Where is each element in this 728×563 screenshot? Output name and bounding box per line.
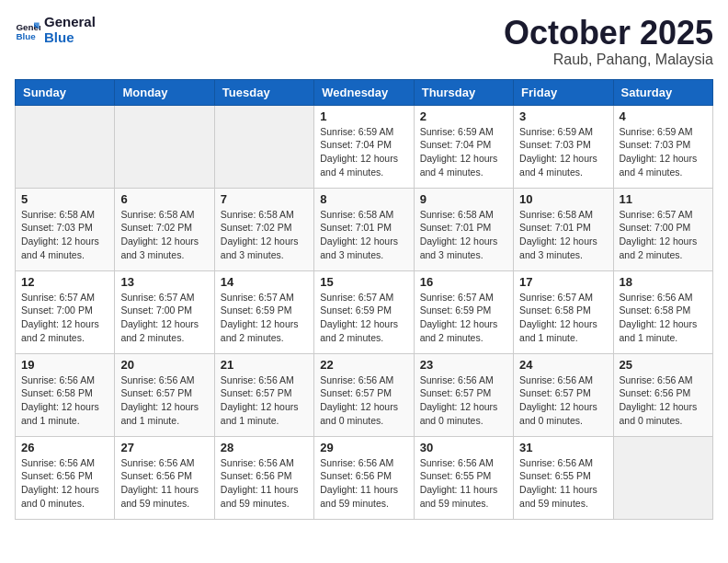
day-number: 28 bbox=[221, 441, 308, 454]
day-info: Sunrise: 6:58 AMSunset: 7:01 PMDaylight:… bbox=[519, 209, 597, 260]
day-cell: 24 Sunrise: 6:56 AMSunset: 6:57 PMDaylig… bbox=[514, 353, 613, 436]
day-number: 12 bbox=[21, 275, 108, 289]
day-info: Sunrise: 6:57 AMSunset: 6:59 PMDaylight:… bbox=[221, 292, 299, 343]
day-info: Sunrise: 6:56 AMSunset: 6:57 PMDaylight:… bbox=[519, 374, 597, 426]
day-cell: 2 Sunrise: 6:59 AMSunset: 7:04 PMDayligh… bbox=[414, 105, 513, 188]
day-cell: 28 Sunrise: 6:56 AMSunset: 6:56 PMDaylig… bbox=[214, 436, 313, 519]
weekday-header-thursday: Thursday bbox=[414, 79, 513, 105]
day-cell bbox=[16, 105, 115, 188]
day-cell: 3 Sunrise: 6:59 AMSunset: 7:03 PMDayligh… bbox=[514, 105, 613, 188]
day-cell: 29 Sunrise: 6:56 AMSunset: 6:56 PMDaylig… bbox=[314, 436, 414, 519]
weekday-header-monday: Monday bbox=[115, 79, 214, 105]
day-number: 15 bbox=[320, 275, 407, 289]
day-info: Sunrise: 6:56 AMSunset: 6:58 PMDaylight:… bbox=[620, 292, 698, 343]
day-number: 22 bbox=[320, 358, 407, 372]
day-info: Sunrise: 6:57 AMSunset: 6:59 PMDaylight:… bbox=[320, 292, 398, 343]
day-info: Sunrise: 6:56 AMSunset: 6:56 PMDaylight:… bbox=[620, 374, 698, 426]
day-cell: 7 Sunrise: 6:58 AMSunset: 7:02 PMDayligh… bbox=[214, 188, 313, 270]
title-area: October 2025 Raub, Pahang, Malaysia bbox=[504, 15, 713, 68]
day-cell: 21 Sunrise: 6:56 AMSunset: 6:57 PMDaylig… bbox=[214, 353, 313, 436]
day-number: 9 bbox=[420, 192, 507, 206]
day-info: Sunrise: 6:56 AMSunset: 6:56 PMDaylight:… bbox=[21, 457, 99, 509]
day-number: 25 bbox=[620, 358, 707, 372]
day-info: Sunrise: 6:59 AMSunset: 7:04 PMDaylight:… bbox=[420, 126, 498, 178]
week-row-4: 19 Sunrise: 6:56 AMSunset: 6:58 PMDaylig… bbox=[16, 353, 713, 436]
day-number: 24 bbox=[519, 358, 607, 372]
day-cell: 10 Sunrise: 6:58 AMSunset: 7:01 PMDaylig… bbox=[514, 188, 613, 270]
day-cell: 26 Sunrise: 6:56 AMSunset: 6:56 PMDaylig… bbox=[16, 436, 115, 519]
day-cell: 22 Sunrise: 6:56 AMSunset: 6:57 PMDaylig… bbox=[314, 353, 414, 436]
logo-general: General bbox=[44, 15, 96, 30]
day-info: Sunrise: 6:56 AMSunset: 6:57 PMDaylight:… bbox=[221, 374, 299, 426]
day-cell: 5 Sunrise: 6:58 AMSunset: 7:03 PMDayligh… bbox=[16, 188, 115, 270]
weekday-header-tuesday: Tuesday bbox=[214, 79, 313, 105]
day-info: Sunrise: 6:59 AMSunset: 7:04 PMDaylight:… bbox=[320, 126, 398, 178]
day-info: Sunrise: 6:56 AMSunset: 6:56 PMDaylight:… bbox=[120, 457, 199, 509]
day-info: Sunrise: 6:58 AMSunset: 7:01 PMDaylight:… bbox=[420, 209, 498, 260]
day-number: 8 bbox=[320, 192, 407, 206]
month-title: October 2025 bbox=[504, 15, 713, 52]
day-cell: 18 Sunrise: 6:56 AMSunset: 6:58 PMDaylig… bbox=[613, 270, 712, 353]
day-info: Sunrise: 6:56 AMSunset: 6:57 PMDaylight:… bbox=[320, 374, 398, 426]
day-cell: 6 Sunrise: 6:58 AMSunset: 7:02 PMDayligh… bbox=[115, 188, 214, 270]
day-number: 31 bbox=[519, 441, 607, 454]
day-number: 7 bbox=[221, 192, 308, 206]
day-info: Sunrise: 6:59 AMSunset: 7:03 PMDaylight:… bbox=[519, 126, 597, 178]
day-number: 27 bbox=[120, 441, 208, 454]
day-info: Sunrise: 6:57 AMSunset: 6:58 PMDaylight:… bbox=[519, 292, 597, 343]
day-info: Sunrise: 6:58 AMSunset: 7:02 PMDaylight:… bbox=[221, 209, 299, 260]
day-info: Sunrise: 6:58 AMSunset: 7:01 PMDaylight:… bbox=[320, 209, 398, 260]
day-number: 29 bbox=[320, 441, 407, 454]
logo-icon: General Blue bbox=[15, 17, 40, 43]
day-number: 17 bbox=[519, 275, 607, 289]
day-info: Sunrise: 6:57 AMSunset: 7:00 PMDaylight:… bbox=[21, 292, 99, 343]
logo-blue: Blue bbox=[44, 30, 96, 46]
location: Raub, Pahang, Malaysia bbox=[504, 52, 713, 68]
day-number: 13 bbox=[120, 275, 208, 289]
day-number: 20 bbox=[120, 358, 208, 372]
day-cell: 11 Sunrise: 6:57 AMSunset: 7:00 PMDaylig… bbox=[613, 188, 712, 270]
week-row-3: 12 Sunrise: 6:57 AMSunset: 7:00 PMDaylig… bbox=[16, 270, 713, 353]
day-cell: 27 Sunrise: 6:56 AMSunset: 6:56 PMDaylig… bbox=[115, 436, 214, 519]
day-cell: 25 Sunrise: 6:56 AMSunset: 6:56 PMDaylig… bbox=[613, 353, 712, 436]
weekday-header-sunday: Sunday bbox=[16, 79, 115, 105]
day-info: Sunrise: 6:57 AMSunset: 7:00 PMDaylight:… bbox=[120, 292, 199, 343]
day-number: 3 bbox=[519, 109, 607, 123]
day-info: Sunrise: 6:59 AMSunset: 7:03 PMDaylight:… bbox=[620, 126, 698, 178]
day-cell: 30 Sunrise: 6:56 AMSunset: 6:55 PMDaylig… bbox=[414, 436, 513, 519]
weekday-header-wednesday: Wednesday bbox=[314, 79, 414, 105]
day-number: 21 bbox=[221, 358, 308, 372]
day-cell: 31 Sunrise: 6:56 AMSunset: 6:55 PMDaylig… bbox=[514, 436, 613, 519]
day-cell: 15 Sunrise: 6:57 AMSunset: 6:59 PMDaylig… bbox=[314, 270, 414, 353]
logo: General Blue General Blue bbox=[15, 15, 96, 45]
day-number: 30 bbox=[420, 441, 507, 454]
week-row-2: 5 Sunrise: 6:58 AMSunset: 7:03 PMDayligh… bbox=[16, 188, 713, 270]
day-info: Sunrise: 6:57 AMSunset: 7:00 PMDaylight:… bbox=[620, 209, 698, 260]
day-info: Sunrise: 6:56 AMSunset: 6:58 PMDaylight:… bbox=[21, 374, 99, 426]
day-number: 5 bbox=[21, 192, 108, 206]
day-cell: 13 Sunrise: 6:57 AMSunset: 7:00 PMDaylig… bbox=[115, 270, 214, 353]
day-cell: 19 Sunrise: 6:56 AMSunset: 6:58 PMDaylig… bbox=[16, 353, 115, 436]
week-row-1: 1 Sunrise: 6:59 AMSunset: 7:04 PMDayligh… bbox=[16, 105, 713, 188]
day-info: Sunrise: 6:58 AMSunset: 7:02 PMDaylight:… bbox=[120, 209, 199, 260]
day-cell bbox=[214, 105, 313, 188]
page-header: General Blue General Blue October 2025 R… bbox=[15, 15, 713, 68]
weekday-header-row: SundayMondayTuesdayWednesdayThursdayFrid… bbox=[16, 79, 713, 105]
calendar-table: SundayMondayTuesdayWednesdayThursdayFrid… bbox=[15, 79, 713, 520]
day-cell: 14 Sunrise: 6:57 AMSunset: 6:59 PMDaylig… bbox=[214, 270, 313, 353]
day-number: 19 bbox=[21, 358, 108, 372]
weekday-header-friday: Friday bbox=[514, 79, 613, 105]
day-number: 4 bbox=[620, 109, 707, 123]
day-number: 2 bbox=[420, 109, 507, 123]
day-number: 16 bbox=[420, 275, 507, 289]
day-info: Sunrise: 6:56 AMSunset: 6:57 PMDaylight:… bbox=[420, 374, 498, 426]
day-number: 11 bbox=[620, 192, 707, 206]
day-info: Sunrise: 6:57 AMSunset: 6:59 PMDaylight:… bbox=[420, 292, 498, 343]
day-number: 26 bbox=[21, 441, 108, 454]
day-cell: 16 Sunrise: 6:57 AMSunset: 6:59 PMDaylig… bbox=[414, 270, 513, 353]
day-info: Sunrise: 6:56 AMSunset: 6:55 PMDaylight:… bbox=[420, 457, 498, 509]
day-info: Sunrise: 6:56 AMSunset: 6:57 PMDaylight:… bbox=[120, 374, 199, 426]
day-number: 1 bbox=[320, 109, 407, 123]
day-cell: 4 Sunrise: 6:59 AMSunset: 7:03 PMDayligh… bbox=[613, 105, 712, 188]
day-info: Sunrise: 6:56 AMSunset: 6:55 PMDaylight:… bbox=[519, 457, 597, 509]
